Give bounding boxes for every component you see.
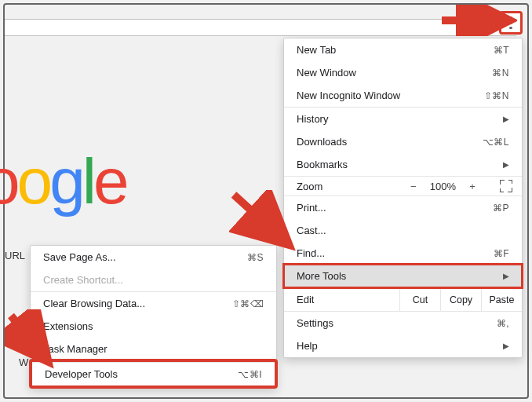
submenu-save-page[interactable]: Save Page As... ⌘S [31,246,276,269]
chevron-right-icon: ▶ [503,115,509,123]
kebab-icon [509,16,512,30]
chevron-right-icon: ▶ [503,342,509,350]
menu-print[interactable]: Print... ⌘P [284,196,522,219]
zoom-value: 100% [430,181,456,192]
chevron-right-icon: ▶ [503,160,509,169]
menu-history[interactable]: History ▶ [284,107,522,130]
svg-line-1 [234,195,284,240]
menu-settings[interactable]: Settings ⌘, [284,311,522,334]
menu-new-tab[interactable]: New Tab ⌘T [284,38,522,61]
address-bar [5,19,516,36]
google-logo: oogle [0,144,126,218]
menu-zoom: Zoom − 100% + [284,176,522,196]
zoom-in-button[interactable]: + [465,181,479,192]
menu-bookmarks[interactable]: Bookmarks ▶ [284,153,522,176]
menu-cast[interactable]: Cast... [284,219,522,242]
url-label: URL [5,250,25,261]
menu-downloads[interactable]: Downloads ⌥⌘L [284,130,522,153]
chevron-right-icon: ▶ [503,272,509,280]
submenu-extensions[interactable]: Extensions [31,315,276,338]
highlight-box: Developer Tools ⌥⌘I [29,359,278,389]
more-tools-submenu: Save Page As... ⌘S Create Shortcut... Cl… [30,245,277,388]
menu-new-incognito[interactable]: New Incognito Window ⇧⌘N [284,84,522,107]
submenu-task-manager[interactable]: Task Manager [31,338,276,360]
submenu-developer-tools[interactable]: Developer Tools ⌥⌘I [32,362,275,386]
browser-frame: oogle URL W New Tab ⌘T New Window ⌘N New… [3,3,529,399]
menu-new-window[interactable]: New Window ⌘N [284,61,522,84]
main-menu: New Tab ⌘T New Window ⌘N New Incognito W… [283,38,523,358]
menu-help[interactable]: Help ▶ [284,334,522,357]
edit-copy-button[interactable]: Copy [440,289,481,311]
edit-cut-button[interactable]: Cut [399,289,440,311]
menu-edit-row: Edit Cut Copy Paste [284,287,522,311]
zoom-out-button[interactable]: − [406,181,421,192]
submenu-clear-data[interactable]: Clear Browsing Data... ⇧⌘⌫ [31,291,276,315]
page-text: W [19,356,28,368]
fullscreen-icon[interactable] [500,180,512,192]
main-menu-button[interactable] [499,11,523,35]
submenu-create-shortcut: Create Shortcut... [31,269,276,291]
edit-paste-button[interactable]: Paste [481,289,522,311]
menu-find[interactable]: Find... ⌘F [284,242,522,265]
menu-more-tools[interactable]: More Tools ▶ [284,265,522,287]
